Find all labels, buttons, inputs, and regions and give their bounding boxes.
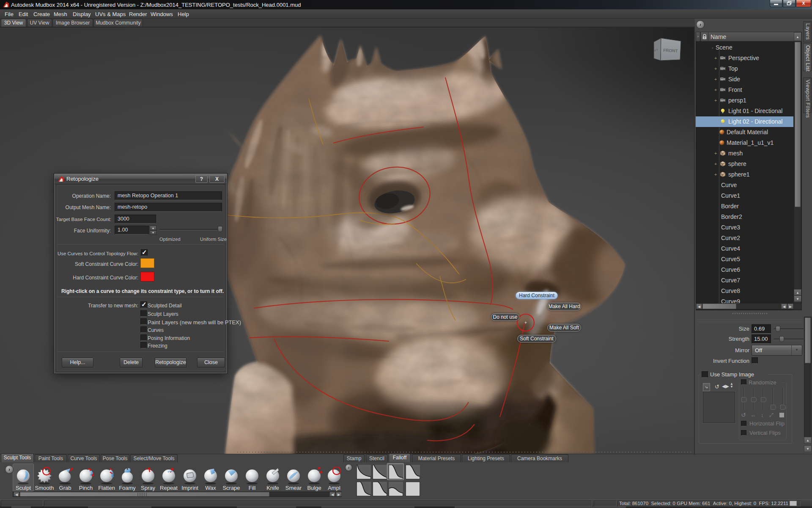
svg-text:FRONT: FRONT — [663, 48, 678, 53]
